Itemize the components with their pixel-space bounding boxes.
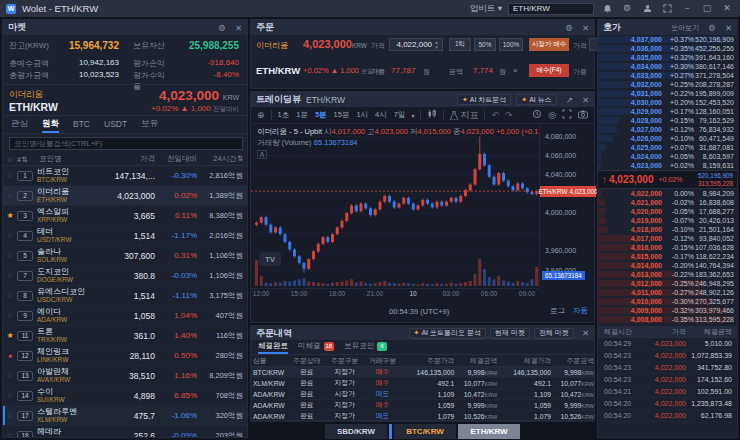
exchange-select[interactable]: 업비트 ▾ [470, 3, 502, 15]
half-button[interactable]: 50% [474, 38, 496, 51]
orderbook-settings-icon[interactable]: ⚙ [708, 23, 716, 33]
market-close-icon[interactable]: ✕ [235, 23, 242, 33]
time-axis[interactable]: 12:0015:0018:0021:001003:0006:0009:00 [251, 288, 539, 299]
interval-15분[interactable]: 15분 [334, 110, 350, 120]
orderbook-ask-row[interactable]: 4,036,000+0.35%452,256,256 [598, 44, 737, 53]
market-row-XRP/KRW[interactable]: ★3엑스알피XRP/KRW3,6650.11%8,380억원 [3, 206, 247, 226]
col-change[interactable]: 전일대비 [155, 154, 197, 164]
orderbook-bid-row[interactable]: 4,018,000-0.10%21,501,164 [598, 225, 737, 234]
candle-type-icon[interactable] [427, 109, 437, 121]
add-symbol-icon[interactable]: ⊕ [257, 110, 265, 120]
replay-icon[interactable]: ◎ [548, 110, 556, 120]
interval-1초[interactable]: 1초 [278, 110, 290, 120]
market-row-USDC/KRW[interactable]: ☆8유에스디코인USDC/KRW1,514-1.11%3,175억원 [3, 286, 247, 306]
market-row-DOGE/KRW[interactable]: ☆7도지코인DOGE/KRW380.8-0.03%1,106억원 [3, 266, 247, 286]
market-buy-button[interactable]: 시장가 매수 [529, 38, 569, 51]
favorite-star-icon[interactable]: ★ [3, 211, 17, 220]
favorite-star-icon[interactable]: ★ [3, 331, 17, 340]
orderbook-ask-row[interactable]: 4,032,000+0.25%208,278,287 [598, 80, 737, 89]
order-tab-보유코인[interactable]: 보유코인6 [344, 340, 387, 354]
popout-icon[interactable]: ↗ [566, 95, 573, 105]
favorite-star-icon[interactable]: ☆ [3, 411, 17, 420]
market-row-AVAX/KRW[interactable]: ☆13아발란체AVAX/KRW38,5101.16%8,209억원 [3, 366, 247, 386]
chart-plot-area[interactable]: 이더리움 - 5 - Upbit 시4,017,000 고4,023,000 저… [251, 124, 539, 288]
orderbook-ask-row[interactable]: 4,034,000+0.30%380,617,146 [598, 62, 737, 71]
snapshot-camera-icon[interactable] [578, 110, 588, 121]
orderbook-ask-row[interactable]: 4,037,000+0.37%520,196,909 [598, 35, 737, 44]
market-row-XLM/KRW[interactable]: ☆17스텔라루멘XLM/KRW475.7-1.06%320억원 [3, 406, 247, 426]
order-col-7[interactable]: 주문금액 [551, 356, 594, 366]
workspace-tab-ETH/KRW[interactable]: ETH/KRW [458, 424, 520, 439]
orderbook-bid-row[interactable]: 4,017,000-0.12%93,840,052 [598, 234, 737, 243]
indicator-button[interactable]: 지표 [450, 109, 478, 122]
market-row-ETH/KRW[interactable]: ☆2이더리움ETH/KRW4,023,0000.02%1,389억원 [3, 186, 247, 206]
all-market-button[interactable]: 전체 마켓 [534, 328, 574, 339]
order-row[interactable]: ADA/KRW완료지정가매수1,0599,999KRW1,0599,999KRW [251, 400, 594, 411]
interval-1분[interactable]: 1분 [296, 110, 308, 120]
order-col-0[interactable]: 심볼 [251, 356, 289, 366]
order-row[interactable]: BTC/KRW완료지정가매수146,135,0009,998KRW146,135… [251, 367, 594, 378]
col-price[interactable]: 가격 [99, 154, 155, 164]
favorite-star-icon[interactable]: ☆ [3, 191, 17, 200]
orderbook-ask-row[interactable]: 4,024,000+0.05%8,603,597 [598, 152, 737, 161]
gear-icon[interactable]: ⚙ [620, 0, 634, 17]
market-row-SUI/KRW[interactable]: ☆14수이SUI/KRW4,8986.85%708억원 [3, 386, 247, 406]
interval-5분[interactable]: 5분 [315, 110, 327, 120]
favorite-star-icon[interactable]: ☆ [3, 231, 17, 240]
order-col-1[interactable]: 주문상태 [289, 356, 325, 366]
order-close-icon[interactable]: ✕ [582, 23, 589, 33]
favorite-star-icon[interactable]: ☆ [3, 271, 17, 280]
order-tab-체결완료[interactable]: 체결완료 [258, 340, 288, 354]
symbol-search-input[interactable] [508, 3, 594, 15]
chart-close-icon[interactable]: ✕ [582, 95, 589, 105]
order-col-3[interactable]: 거래구분 [365, 356, 401, 366]
buy-button[interactable]: 매수(F4) [529, 64, 569, 77]
expand-icon[interactable] [660, 0, 674, 17]
maximize-button[interactable]: ▢ [700, 0, 714, 17]
order-settings-icon[interactable]: ⚙ [565, 23, 573, 33]
price-axis[interactable]: 4,080,0004,060,0004,040,0004,000,0003,96… [539, 124, 595, 288]
orderbook-ask-row[interactable]: 4,033,000+0.27%371,278,504 [598, 71, 737, 80]
order-row[interactable]: XLM/KRW완료지정가매수492.110,077KRW492.110,077K… [251, 378, 594, 389]
full-button[interactable]: 100% [499, 38, 523, 51]
orderbook-ask-row[interactable]: 4,023,000+0.02%8,159,631 [598, 161, 737, 170]
workspace-tab-BTC/KRW[interactable]: BTC/KRW [394, 424, 456, 439]
redo-icon[interactable]: ↷ [505, 110, 513, 120]
ai-portfolio-button[interactable]: ✦AI 포트폴리오 분석 [409, 328, 486, 339]
orderbook-ask-row[interactable]: 4,029,000+0.17%128,160,051 [598, 107, 737, 116]
orderbook-bid-row[interactable]: 4,015,000-0.17%118,622,234 [598, 252, 737, 261]
market-settings-icon[interactable]: ⚙ [218, 23, 226, 33]
market-row-LINK/KRW[interactable]: ●12체인링크LINK/KRW28,1100.50%280억원 [3, 346, 247, 366]
market-tab-관심[interactable]: 관심 [11, 116, 28, 133]
close-button[interactable]: ✕ [720, 0, 734, 17]
amount-clear-icon[interactable]: × [513, 66, 518, 75]
orderbook-bid-row[interactable]: 4,013,000-0.22%183,362,653 [598, 270, 737, 279]
user-icon[interactable] [640, 0, 654, 17]
auto-scale-button[interactable]: 자동 [573, 306, 588, 316]
market-row-SOL/KRW[interactable]: ☆5솔라나SOL/KRW307,6000.31%1,106억원 [3, 246, 247, 266]
orderbook-ask-row[interactable]: 4,025,000+0.07%31,687,081 [598, 143, 737, 152]
orderbook-ask-row[interactable]: 4,030,000+0.20%152,453,520 [598, 98, 737, 107]
undo-icon[interactable]: ↶ [491, 110, 499, 120]
ai-chart-button[interactable]: ✦AI 차트분석 [457, 94, 511, 105]
orderbook-ask-row[interactable]: 4,028,000+0.15%79,162,529 [598, 116, 737, 125]
order-row[interactable]: ADA/KRW완료시장가매도1,10910,472KRW1,10910,472K… [251, 389, 594, 400]
market-row-USDT/KRW[interactable]: ☆4테더USDT/KRW1,514-1.17%2,016억원 [3, 226, 247, 246]
interval-dropdown-icon[interactable]: ▾ [411, 112, 414, 119]
favorite-star-icon[interactable]: ☆ [3, 291, 17, 300]
market-tab-BTC[interactable]: BTC [73, 116, 90, 133]
market-tab-보유[interactable]: 보유 [141, 116, 158, 133]
interval-4시[interactable]: 4시 [375, 110, 387, 120]
col-name[interactable]: 코인명 [39, 154, 99, 164]
order-tab-미체결[interactable]: 미체결18 [298, 340, 334, 354]
order-col-5[interactable]: 체결금액 [454, 356, 497, 366]
col-volume[interactable]: 24시간⇅ [197, 154, 247, 164]
orderbook-bid-row[interactable]: 4,014,000-0.20%140,764,394 [598, 261, 737, 270]
orderbook-ask-row[interactable]: 4,035,000+0.32%391,643,160 [598, 53, 737, 62]
orderbook-close-icon[interactable]: ✕ [725, 23, 732, 33]
order-row[interactable]: ADA/KRW완료지정가매도1,07910,526KRW1,07910,526K… [251, 411, 594, 422]
interval-1시[interactable]: 1시 [356, 110, 368, 120]
orderbook-bid-row[interactable]: 4,011,000-0.27%248,902,126 [598, 288, 737, 297]
current-market-button[interactable]: 현재 마켓 [490, 328, 530, 339]
orderbook-ask-row[interactable]: 4,031,000+0.22%195,899,009 [598, 89, 737, 98]
